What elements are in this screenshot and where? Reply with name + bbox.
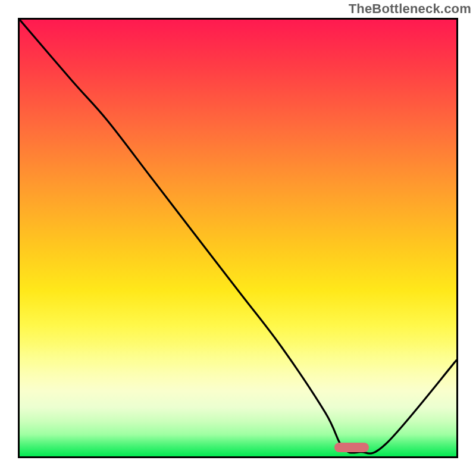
chart-container: TheBottleneck.com bbox=[0, 0, 476, 476]
optimal-marker bbox=[334, 443, 369, 452]
bottleneck-curve bbox=[20, 20, 456, 456]
watermark-text: TheBottleneck.com bbox=[349, 1, 471, 17]
plot-area bbox=[18, 18, 458, 458]
